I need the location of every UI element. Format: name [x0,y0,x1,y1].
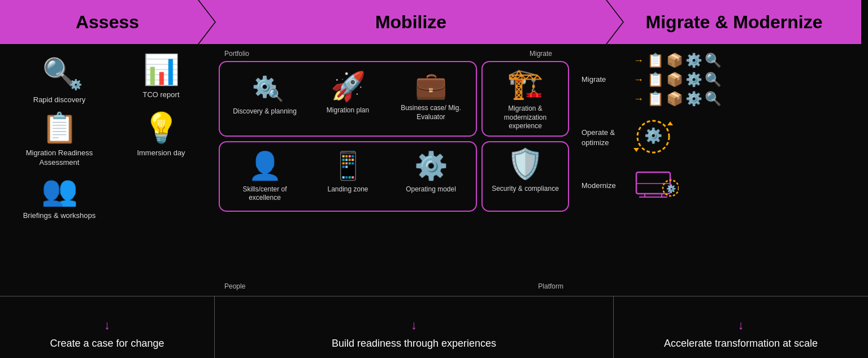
svg-text:⚙️: ⚙️ [666,184,676,194]
mobilize-rows: ⚙️ 🔍 Discovery & planning 🚀 Migration pl… [219,61,569,278]
bottom-mobilize: ↓ Build readiness through experiences [215,296,614,358]
search-icon-1: 🔍 [705,53,722,68]
rocket-icon: 🚀 [331,70,366,103]
briefings-item: 👥 Briefings & workshops [11,173,107,221]
modernize-section-label: Modernize [581,181,627,191]
migrate-title: Migrate & Modernize [646,12,823,33]
tco-icon: 📊 [143,53,180,87]
migrate-section: Migrate → 📋 📦 ⚙️ 🔍 → 📋 📦 ⚙️ 🔍 → [581,53,857,107]
operating-model-label: Operating model [406,185,456,194]
phase-banner: Assess Mobilize Migrate & Modernize [0,0,868,44]
portfolio-card-group: ⚙️ 🔍 Discovery & planning 🚀 Migration pl… [219,61,477,137]
skills-icon: 👤 [248,150,282,182]
migration-readiness-item: 📋 Migration Readiness Assessment [11,111,107,168]
box-icon-3: 📦 [666,91,683,107]
migration-plan-card: 🚀 Migration plan [307,67,388,131]
list-icon-2: 📋 [647,72,664,88]
search-icon-2: 🔍 [705,72,722,88]
business-case-label: Business case/ Mig. Evaluator [394,104,468,121]
arrow-icon-1: → [633,55,644,67]
mobilize-banner: Mobilize [199,0,623,44]
mobilize-top-row: ⚙️ 🔍 Discovery & planning 🚀 Migration pl… [219,61,569,137]
assess-banner: Assess [0,0,215,44]
box-icon-2: 📦 [666,72,683,88]
bottom-assess: ↓ Create a case for change [0,296,215,358]
operate-icon: ⚙️ [633,117,673,159]
operating-model-icon: ⚙️ [414,150,448,182]
landing-zone-card: 📱 Landing zone [307,147,388,206]
arrow-icon-2: → [633,74,644,86]
mobilize-title: Mobilize [375,12,446,33]
tco-report-item: 📊 TCO report [113,53,209,105]
briefings-icon: 👥 [41,173,78,208]
rapid-discovery-item: 🔍 ⚙️ Rapid discovery [11,53,107,105]
business-case-icon: 💼 [415,70,447,101]
security-compliance-card: 🛡️ Security & compliance [487,147,563,194]
gear-icon-1: ⚙️ [685,53,702,68]
mig-modernization-label: Migration & modernization experience [487,104,563,131]
migration-plan-label: Migration plan [327,106,369,115]
shield-icon: 🛡️ [507,147,544,181]
immersion-day-icon: 💡 [143,111,180,145]
people-label: People [224,282,245,290]
discovery-mag-icon: 🔍 [268,88,283,103]
tco-report-label: TCO report [142,90,179,100]
assess-column: 🔍 ⚙️ Rapid discovery 📊 TCO report 📋 Migr… [8,50,212,290]
bottom-bar: ↓ Create a case for change ↓ Build readi… [0,296,868,358]
bottom-arrow-assess: ↓ [104,318,110,333]
gear-icon-3: ⚙️ [685,91,702,107]
list-icon-3: 📋 [647,91,664,107]
migrate-banner: Migrate & Modernize [607,0,861,44]
mig-modernization-card-group: 🏗️ Migration & modernization experience [481,61,569,137]
immersion-day-item: 💡 Immersion day [113,111,209,168]
gear-icon-2: ⚙️ [685,72,702,88]
migrate-row-3: → 📋 📦 ⚙️ 🔍 [633,91,722,107]
list-icon-1: 📋 [647,53,664,68]
migrate-section-label: Migrate [581,75,627,85]
modernize-section: Modernize ⚙️ [581,167,857,206]
operating-model-card: ⚙️ Operating model [390,147,471,206]
migration-readiness-icon: 📋 [41,111,78,145]
main-content: 🔍 ⚙️ Rapid discovery 📊 TCO report 📋 Migr… [0,44,868,296]
migrate-row-1: → 📋 📦 ⚙️ 🔍 [633,53,722,68]
bottom-arrow-mobilize: ↓ [411,318,417,333]
security-compliance-label: Security & compliance [492,185,559,194]
migrate-column: Migrate → 📋 📦 ⚙️ 🔍 → 📋 📦 ⚙️ 🔍 → [576,50,860,290]
search-icon-3: 🔍 [705,91,722,107]
business-case-card: 💼 Business case/ Mig. Evaluator [390,67,471,131]
discovery-planning-card: ⚙️ 🔍 Discovery & planning [224,67,305,131]
operate-section: Operate & optimize ⚙️ [581,117,857,159]
briefings-label: Briefings & workshops [23,211,96,221]
platform-label: Platform [538,282,563,290]
forklift-icon: 🏗️ [507,67,544,101]
migration-readiness-label: Migration Readiness Assessment [11,149,107,168]
mobilize-column: Portfolio Migrate ⚙️ 🔍 Discovery & plann… [219,50,569,290]
security-card-group: 🛡️ Security & compliance [481,141,569,212]
migrate-top-label: Migrate [530,50,552,58]
modernize-icon: ⚙️ [633,167,679,206]
svg-rect-2 [636,172,670,194]
people-card-group: 👤 Skills/center of excellence 📱 Landing … [219,141,477,212]
rapid-discovery-label: Rapid discovery [33,95,86,105]
migrate-row-2: → 📋 📦 ⚙️ 🔍 [633,72,722,88]
bottom-assess-text: Create a case for change [50,337,164,350]
landing-zone-icon: 📱 [331,150,365,182]
assess-title: Assess [76,12,139,33]
operate-section-label: Operate & optimize [581,128,627,148]
box-icon-1: 📦 [666,53,683,68]
mig-modernization-card: 🏗️ Migration & modernization experience [487,67,563,131]
immersion-day-label: Immersion day [137,149,185,158]
bottom-migrate-text: Accelerate transformation at scale [664,337,818,350]
mobilize-bottom-row: 👤 Skills/center of excellence 📱 Landing … [219,141,569,212]
bottom-migrate: ↓ Accelerate transformation at scale [614,296,868,358]
skills-coe-label: Skills/center of excellence [228,185,302,203]
arrow-icon-3: → [633,93,644,105]
landing-zone-label: Landing zone [327,185,368,194]
bottom-arrow-migrate: ↓ [738,318,744,333]
gear-overlay-icon: ⚙️ [70,78,82,91]
skills-coe-card: 👤 Skills/center of excellence [224,147,305,206]
discovery-planning-label: Discovery & planning [233,107,297,116]
bottom-mobilize-text: Build readiness through experiences [332,337,496,350]
portfolio-label: Portfolio [224,50,249,58]
svg-text:⚙️: ⚙️ [644,126,663,145]
